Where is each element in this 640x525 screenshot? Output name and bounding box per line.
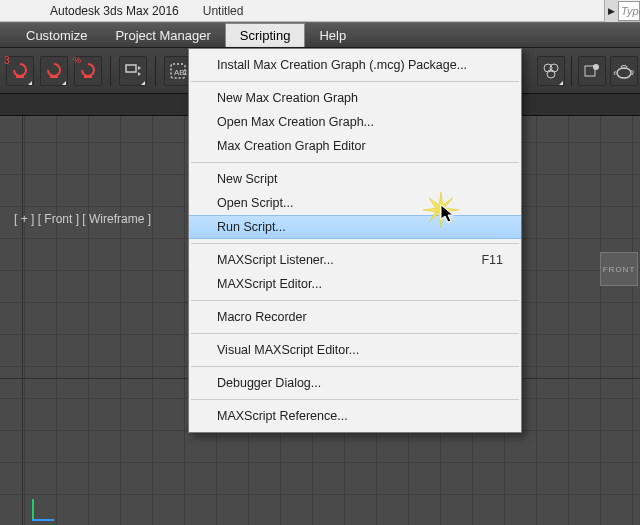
snap-angle-1-button[interactable]: 3 [6,56,34,86]
menu-item-run-script[interactable]: Run Script... [189,215,521,239]
app-title: Autodesk 3ds Max 2016 [50,4,179,18]
menu-item-open-script[interactable]: Open Script... [189,191,521,215]
menu-separator [191,399,519,400]
svg-point-11 [617,68,631,78]
menu-item-label: MAXScript Reference... [217,409,348,423]
svg-point-12 [621,65,627,68]
menu-item-install-max-creation-graph-mcg-package[interactable]: Install Max Creation Graph (.mcg) Packag… [189,53,521,77]
menu-item-maxscript-listener[interactable]: MAXScript Listener...F11 [189,248,521,272]
menu-item-maxscript-editor[interactable]: MAXScript Editor... [189,272,521,296]
menu-item-label: Visual MAXScript Editor... [217,343,359,357]
keyword-search-input[interactable]: Type [618,1,640,21]
dropdown-indicator-icon [559,81,563,85]
menu-help[interactable]: Help [305,23,360,47]
svg-rect-0 [16,76,24,78]
title-dropdown-arrow[interactable]: ▶ [604,0,618,22]
menu-separator [191,243,519,244]
menu-item-label: Debugger Dialog... [217,376,321,390]
menu-separator [191,333,519,334]
menu-customize[interactable]: Customize [12,23,101,47]
menu-item-label: MAXScript Editor... [217,277,322,291]
menu-item-label: Install Max Creation Graph (.mcg) Packag… [217,58,467,72]
menu-separator [191,300,519,301]
dropdown-indicator-icon [62,81,66,85]
menu-item-label: Max Creation Graph Editor [217,139,366,153]
viewcube[interactable]: FRONT [600,252,638,286]
axis-x-icon [32,519,54,521]
spinner-snap-button[interactable] [119,56,147,86]
menu-bar: Customize Project Manager Scripting Help [0,22,640,48]
axis-y-icon [32,499,34,521]
menu-item-open-max-creation-graph[interactable]: Open Max Creation Graph... [189,110,521,134]
menu-scripting[interactable]: Scripting [225,23,306,47]
document-title: Untitled [203,4,244,18]
menu-separator [191,366,519,367]
title-bar: Autodesk 3ds Max 2016 Untitled ▶ Type [0,0,640,22]
menu-item-label: Open Max Creation Graph... [217,115,374,129]
menu-item-label: New Max Creation Graph [217,91,358,105]
menu-item-new-script[interactable]: New Script [189,167,521,191]
menu-separator [191,81,519,82]
menu-item-macro-recorder[interactable]: Macro Recorder [189,305,521,329]
menu-item-label: MAXScript Listener... [217,253,334,267]
scripting-dropdown: Install Max Creation Graph (.mcg) Packag… [188,48,522,433]
toolbar-separator [571,56,572,86]
dropdown-indicator-icon [28,81,32,85]
axis-gizmo [24,491,54,521]
menu-item-maxscript-reference[interactable]: MAXScript Reference... [189,404,521,428]
svg-rect-2 [84,76,92,78]
render-setup-button[interactable] [578,56,606,86]
menu-item-label: Macro Recorder [217,310,307,324]
menu-item-debugger-dialog[interactable]: Debugger Dialog... [189,371,521,395]
menu-item-label: New Script [217,172,277,186]
svg-rect-3 [126,65,136,72]
menu-item-visual-maxscript-editor[interactable]: Visual MAXScript Editor... [189,338,521,362]
viewport-label[interactable]: [ + ] [ Front ] [ Wireframe ] [14,212,151,226]
material-editor-button[interactable] [537,56,565,86]
snap-percent-button[interactable]: % [74,56,102,86]
snap-angle-2-button[interactable] [40,56,68,86]
menu-item-label: Run Script... [217,220,286,234]
svg-rect-1 [50,76,58,78]
toolbar-separator [110,56,111,86]
menu-project-manager[interactable]: Project Manager [101,23,224,47]
toolbar-separator [155,56,156,86]
menu-item-label: Open Script... [217,196,293,210]
dropdown-indicator-icon [141,81,145,85]
menu-item-max-creation-graph-editor[interactable]: Max Creation Graph Editor [189,134,521,158]
menu-item-new-max-creation-graph[interactable]: New Max Creation Graph [189,86,521,110]
menu-item-shortcut: F11 [481,253,503,267]
svg-text:ABC: ABC [174,68,187,77]
svg-point-10 [593,64,599,70]
menu-separator [191,162,519,163]
render-teapot-button[interactable] [610,56,638,86]
